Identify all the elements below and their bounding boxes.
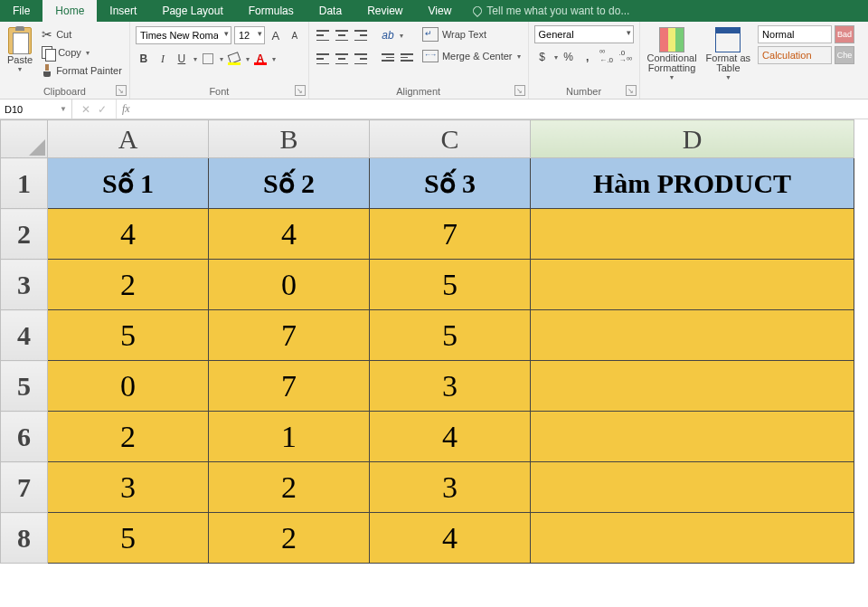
comma-button[interactable]: ,	[580, 49, 596, 65]
style-calculation[interactable]: Calculation	[758, 46, 832, 64]
tab-review[interactable]: Review	[354, 0, 415, 22]
cell-D1[interactable]: Hàm PRODUCT	[531, 158, 854, 209]
row-header-6[interactable]: 6	[1, 412, 48, 462]
underline-button[interactable]: U	[174, 51, 190, 67]
name-box[interactable]: D10 ▼	[0, 100, 72, 119]
cell-C4[interactable]: 5	[370, 310, 531, 361]
cell-A4[interactable]: 5	[48, 310, 209, 361]
border-button[interactable]	[200, 51, 216, 67]
alignment-dialog-launcher[interactable]: ↘	[514, 85, 525, 96]
paste-button[interactable]: Paste ▼	[5, 25, 34, 74]
bold-button[interactable]: B	[136, 51, 152, 67]
align-top-button[interactable]	[315, 27, 331, 43]
cell-C5[interactable]: 3	[370, 361, 531, 412]
chevron-down-icon[interactable]: ▾	[246, 55, 250, 63]
copy-button[interactable]: Copy ▾	[40, 43, 124, 62]
cell-D5[interactable]	[531, 361, 854, 412]
format-painter-button[interactable]: Format Painter	[40, 62, 124, 80]
cell-D7[interactable]	[531, 462, 854, 513]
enter-formula-button[interactable]: ✓	[98, 103, 107, 116]
row-header-3[interactable]: 3	[1, 260, 48, 310]
align-middle-button[interactable]	[334, 27, 350, 43]
cell-A1[interactable]: Số 1	[48, 158, 209, 209]
cell-B7[interactable]: 2	[209, 462, 370, 513]
chevron-down-icon[interactable]: ▾	[554, 53, 558, 62]
cell-D3[interactable]	[531, 260, 854, 310]
cell-A6[interactable]: 2	[48, 412, 209, 462]
select-all-corner[interactable]	[1, 120, 48, 158]
cell-C1[interactable]: Số 3	[370, 158, 531, 209]
cell-B2[interactable]: 4	[209, 209, 370, 260]
decrease-font-button[interactable]: A	[287, 27, 303, 43]
increase-decimal-button[interactable]: ⁰⁰←.0	[599, 49, 615, 65]
number-dialog-launcher[interactable]: ↘	[626, 85, 637, 96]
cancel-formula-button[interactable]: ✕	[81, 103, 90, 116]
align-left-button[interactable]	[315, 51, 331, 67]
style-bad[interactable]: Bad	[835, 25, 854, 43]
col-header-D[interactable]: D	[531, 120, 854, 158]
cell-B5[interactable]: 7	[209, 361, 370, 412]
cell-B3[interactable]: 0	[209, 260, 370, 310]
cell-C6[interactable]: 4	[370, 412, 531, 462]
cell-B4[interactable]: 7	[209, 310, 370, 361]
fill-color-button[interactable]	[226, 51, 242, 67]
cell-B1[interactable]: Số 2	[209, 158, 370, 209]
cell-A5[interactable]: 0	[48, 361, 209, 412]
col-header-A[interactable]: A	[48, 120, 209, 158]
percent-button[interactable]: %	[561, 49, 577, 65]
row-header-8[interactable]: 8	[1, 513, 48, 564]
chevron-down-icon[interactable]: ▾	[220, 55, 223, 63]
row-header-4[interactable]: 4	[1, 310, 48, 361]
style-normal[interactable]: Normal	[758, 25, 832, 43]
align-right-button[interactable]	[353, 51, 369, 67]
col-header-C[interactable]: C	[370, 120, 531, 158]
row-header-5[interactable]: 5	[1, 361, 48, 412]
font-size-select[interactable]	[234, 26, 265, 44]
currency-button[interactable]: $	[534, 49, 551, 65]
style-check-cell[interactable]: Che	[835, 46, 854, 64]
chevron-down-icon[interactable]: ▾	[400, 32, 403, 40]
tab-page-layout[interactable]: Page Layout	[149, 0, 235, 22]
font-color-button[interactable]: A	[252, 51, 269, 67]
tab-view[interactable]: View	[416, 0, 465, 22]
chevron-down-icon[interactable]: ▾	[272, 55, 276, 63]
tab-insert[interactable]: Insert	[97, 0, 149, 22]
align-center-button[interactable]	[334, 51, 350, 67]
conditional-formatting-button[interactable]: Conditional Formatting ▼	[646, 25, 699, 82]
orientation-button[interactable]: ab	[380, 27, 396, 43]
cell-D6[interactable]	[531, 412, 854, 462]
cell-D4[interactable]	[531, 310, 854, 361]
row-header-7[interactable]: 7	[1, 462, 48, 513]
cell-C7[interactable]: 3	[370, 462, 531, 513]
number-format-select[interactable]	[534, 25, 634, 43]
cell-D8[interactable]	[531, 513, 854, 564]
align-bottom-button[interactable]	[353, 27, 369, 43]
tab-home[interactable]: Home	[42, 0, 97, 22]
decrease-decimal-button[interactable]: .0→⁰⁰	[618, 49, 634, 65]
row-header-1[interactable]: 1	[1, 158, 48, 209]
tab-file[interactable]: File	[0, 0, 42, 22]
increase-indent-button[interactable]	[399, 51, 415, 67]
cell-C3[interactable]: 5	[370, 260, 531, 310]
spreadsheet-grid[interactable]: A B C D 1 Số 1 Số 2 Số 3 Hàm PRODUCT 2 4…	[0, 119, 854, 564]
cell-B6[interactable]: 1	[209, 412, 370, 462]
font-dialog-launcher[interactable]: ↘	[295, 85, 306, 96]
cell-C2[interactable]: 7	[370, 209, 531, 260]
tell-me[interactable]: Tell me what you want to do...	[464, 0, 638, 22]
insert-function-button[interactable]: fx	[117, 100, 136, 119]
format-as-table-button[interactable]: Format as Table ▼	[704, 25, 753, 82]
italic-button[interactable]: I	[155, 51, 171, 67]
cell-B8[interactable]: 2	[209, 513, 370, 564]
clipboard-dialog-launcher[interactable]: ↘	[116, 85, 127, 96]
col-header-B[interactable]: B	[209, 120, 370, 158]
chevron-down-icon[interactable]: ▾	[193, 55, 197, 63]
wrap-text-button[interactable]: Wrap Text	[420, 25, 523, 43]
increase-font-button[interactable]: A	[268, 27, 284, 43]
tab-data[interactable]: Data	[307, 0, 354, 22]
cell-C8[interactable]: 4	[370, 513, 531, 564]
cell-A7[interactable]: 3	[48, 462, 209, 513]
merge-center-button[interactable]: Merge & Center ▾	[420, 47, 523, 65]
row-header-2[interactable]: 2	[1, 209, 48, 260]
formula-input[interactable]	[136, 100, 868, 119]
cell-A2[interactable]: 4	[48, 209, 209, 260]
